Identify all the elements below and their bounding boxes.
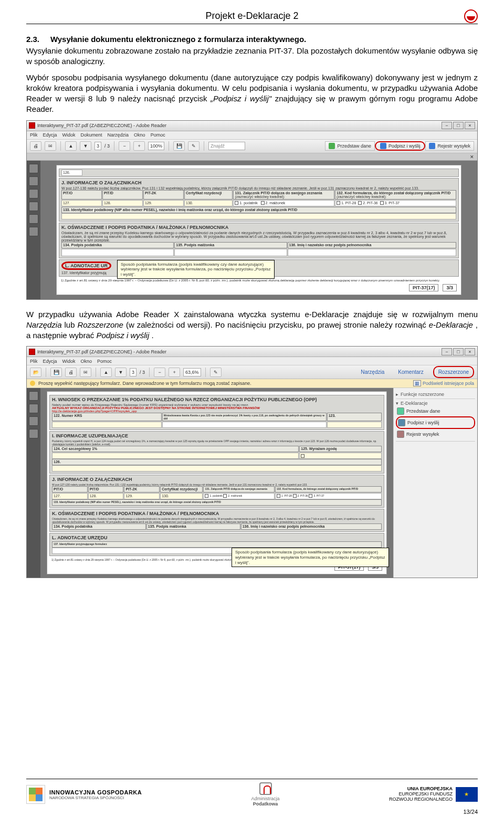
checkbox-pit28[interactable] bbox=[337, 201, 340, 205]
panel-item-podpisz[interactable]: Podpisz i wyślij bbox=[396, 416, 475, 429]
toolbar-2: 📂 💾 🖨 ✉ ▲ ▼ 3 / 3 − + 63,6% ✎ Narzędzia … bbox=[27, 365, 477, 379]
close-button[interactable]: × bbox=[465, 348, 475, 355]
open-icon[interactable]: 📂 bbox=[30, 368, 41, 377]
signatures-icon[interactable] bbox=[29, 202, 38, 211]
minimize-button[interactable]: − bbox=[442, 348, 452, 355]
panel-section-edeklaracje[interactable]: ▾ E-Deklaracje bbox=[396, 401, 475, 406]
menu-item[interactable]: Dokument bbox=[81, 132, 102, 138]
menu-item[interactable]: Narzędzia bbox=[108, 132, 129, 138]
registry-icon bbox=[397, 431, 404, 438]
page-down-icon[interactable]: ▼ bbox=[115, 368, 127, 377]
print-icon[interactable]: 🖨 bbox=[30, 141, 41, 151]
menu-item[interactable]: Plik bbox=[30, 359, 38, 364]
cell-130[interactable]: 130. bbox=[184, 200, 233, 206]
save-icon[interactable]: 💾 bbox=[173, 141, 185, 151]
sign-icon[interactable]: ✎ bbox=[188, 141, 200, 151]
menu-item[interactable]: Widok bbox=[62, 132, 76, 138]
page-up-icon[interactable]: ▲ bbox=[100, 368, 112, 377]
checkbox-malzonek[interactable] bbox=[261, 201, 265, 205]
cell-129[interactable]: 129. bbox=[143, 200, 184, 206]
form-infobar: Proszę wypełnić następujący formularz. D… bbox=[27, 379, 477, 388]
page-up-icon[interactable]: ▲ bbox=[65, 141, 77, 151]
maximize-button[interactable]: □ bbox=[453, 122, 464, 129]
checkbox-125[interactable] bbox=[301, 454, 304, 458]
section-j-header: J. INFORMACJE O ZAŁĄCZNIKACH bbox=[61, 180, 456, 185]
bookmarks-icon[interactable] bbox=[29, 176, 38, 186]
menu-item[interactable]: Plik bbox=[30, 132, 38, 138]
cell-127[interactable]: 127. bbox=[61, 200, 102, 206]
checkbox-pit37[interactable] bbox=[380, 201, 384, 205]
zoom-in-icon[interactable]: + bbox=[133, 141, 145, 151]
zoom-level[interactable]: 100% bbox=[148, 142, 164, 150]
menu-item[interactable]: Okno bbox=[134, 132, 145, 138]
checkbox-pit36[interactable] bbox=[358, 201, 362, 205]
page-current[interactable]: 3 bbox=[94, 142, 101, 150]
cell-123-hdr: Wnioskowana kwota Kwota z poz.123 nie mo… bbox=[162, 413, 327, 421]
sign-icon[interactable]: ✎ bbox=[210, 368, 222, 377]
attachments-icon[interactable] bbox=[29, 189, 38, 198]
rejestr-wysylek-button[interactable]: Rejestr wysyłek bbox=[425, 141, 474, 151]
cell-123[interactable] bbox=[327, 422, 382, 428]
mail-icon[interactable]: ✉ bbox=[80, 368, 91, 377]
highlight-fields-button[interactable]: ▦ Podświetl istniejące pola bbox=[413, 381, 474, 386]
menu-item[interactable]: Pomoc bbox=[97, 359, 112, 364]
present-icon bbox=[397, 407, 404, 415]
page-down-icon[interactable]: ▼ bbox=[80, 141, 91, 151]
menubar: Plik Edycja Widok Dokument Narzędzia Okn… bbox=[27, 131, 477, 140]
cell-135[interactable] bbox=[174, 249, 287, 256]
podpisz-i-wyslij-button[interactable]: Podpisz i wyślij bbox=[375, 141, 426, 151]
section-l-header-circled: L. ADNOTACJE UR bbox=[61, 261, 111, 270]
cell-122[interactable] bbox=[52, 422, 162, 428]
rozszerzone-link[interactable]: Rozszerzone bbox=[433, 366, 474, 378]
cell-134[interactable] bbox=[61, 249, 174, 256]
close-button[interactable]: × bbox=[465, 122, 475, 129]
sidebar-2 bbox=[27, 388, 40, 578]
footer-ig: INNOWACYJNA GOSPODARKA NARODOWA STRATEGI… bbox=[26, 785, 142, 804]
zoom-out-icon[interactable]: − bbox=[119, 141, 130, 151]
window-titlebar-2: Interaktywny_PIT-37.pdf (ZABEZPIECZONE) … bbox=[27, 347, 477, 357]
print-icon[interactable]: 🖨 bbox=[65, 368, 77, 377]
extensions-panel: ▸ Funkcje rozszerzone ▾ E-Deklaracje Prz… bbox=[393, 388, 477, 578]
cell-128[interactable]: 128. bbox=[102, 200, 143, 206]
cell-133-value[interactable] bbox=[61, 213, 456, 219]
find-input[interactable]: Znajdź bbox=[208, 142, 245, 150]
menu-item[interactable]: Edycja bbox=[43, 359, 57, 364]
cell-124[interactable] bbox=[52, 453, 299, 459]
section-h: H. WNIOSEK O PRZEKAZANIE 1% PODATKU NALE… bbox=[49, 395, 384, 430]
narzedzia-link[interactable]: Narzędzia bbox=[356, 367, 388, 377]
komentarz-link[interactable]: Komentarz bbox=[394, 367, 427, 377]
page-current-2[interactable]: 3 bbox=[130, 368, 136, 376]
menu-item[interactable]: Pomoc bbox=[151, 132, 165, 138]
zoom-in-icon[interactable]: + bbox=[169, 368, 180, 377]
pages-icon[interactable] bbox=[29, 391, 38, 401]
menu-item[interactable]: Widok bbox=[62, 359, 76, 364]
panel-item-przedstaw[interactable]: Przedstaw dane bbox=[396, 406, 475, 416]
cell-132-opts: 1. PIT-28 2. PIT-36 3. PIT-37 bbox=[335, 200, 456, 206]
menu-item[interactable]: Okno bbox=[81, 359, 92, 364]
checkbox-podatnik[interactable] bbox=[235, 201, 238, 205]
eu-line3: ROZWOJU REGIONALNEGO bbox=[389, 797, 453, 802]
zoom-out-icon[interactable]: − bbox=[154, 368, 165, 377]
menu-item[interactable]: Edycja bbox=[43, 132, 57, 138]
ig-logo-icon bbox=[26, 785, 45, 804]
comments-icon[interactable] bbox=[29, 227, 38, 236]
inner-close-icon[interactable]: ✕ bbox=[470, 154, 474, 160]
cell-126[interactable] bbox=[52, 465, 382, 472]
mail-icon[interactable]: ✉ bbox=[45, 141, 56, 151]
panel-section-funkcje[interactable]: ▸ Funkcje rozszerzone bbox=[396, 392, 475, 397]
cell-125[interactable] bbox=[299, 453, 382, 459]
attachments-icon[interactable] bbox=[29, 429, 38, 438]
layers-icon[interactable] bbox=[29, 214, 38, 224]
przedstaw-dane-button[interactable]: Przedstaw dane bbox=[325, 141, 375, 151]
cell-124-hdr: 124. Cel szczegółowy 1% bbox=[52, 446, 299, 452]
save-icon[interactable]: 💾 bbox=[50, 368, 62, 377]
bookmarks-icon[interactable] bbox=[29, 404, 38, 413]
minimize-button[interactable]: − bbox=[442, 122, 452, 129]
signatures-icon[interactable] bbox=[29, 416, 38, 426]
zoom-level-2[interactable]: 63,6% bbox=[183, 368, 201, 376]
panel-item-rejestr[interactable]: Rejestr wysyłek bbox=[396, 429, 475, 439]
cell-136[interactable] bbox=[288, 249, 456, 256]
pages-icon[interactable] bbox=[29, 164, 38, 173]
maximize-button[interactable]: □ bbox=[453, 348, 464, 355]
ap-logo-icon bbox=[259, 782, 272, 795]
